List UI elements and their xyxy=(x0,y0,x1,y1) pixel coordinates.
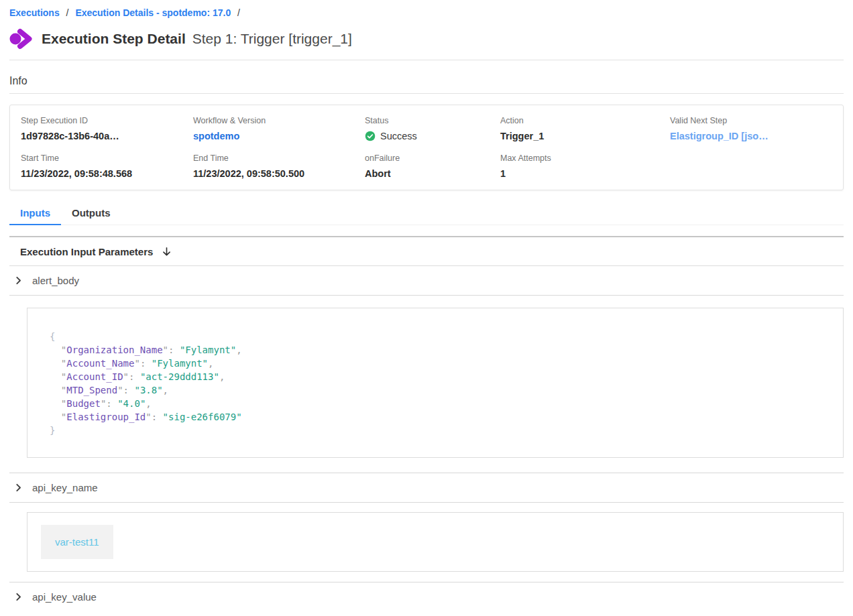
field-end-time: End Time 11/23/2022, 09:58:50.500 xyxy=(193,153,365,179)
breadcrumb-trailing-separator: / xyxy=(237,7,240,18)
field-label: Action xyxy=(500,116,670,125)
param-name: api_key_value xyxy=(32,591,97,603)
param-row-alert-body[interactable]: alert_body xyxy=(9,266,844,296)
field-value: Abort xyxy=(365,168,500,179)
param-name: alert_body xyxy=(32,275,79,286)
param-name: api_key_name xyxy=(32,482,98,493)
page-title: Execution Step Detail xyxy=(42,31,186,47)
param-row-api-key-value[interactable]: api_key_value xyxy=(9,582,844,611)
api-key-name-chip: var-test11 xyxy=(41,525,113,559)
chevron-right-icon xyxy=(13,592,23,602)
field-value: Trigger_1 xyxy=(500,131,670,141)
page-subtitle: Step 1: Trigger [trigger_1] xyxy=(192,31,352,47)
field-label: Workflow & Version xyxy=(193,116,365,125)
field-start-time: Start Time 11/23/2022, 09:58:48.568 xyxy=(21,153,193,179)
title-divider xyxy=(9,60,844,60)
field-valid-next-step: Valid Next Step Elastigroup_ID [jso… xyxy=(670,116,832,141)
field-max-attempts: Max Attempts 1 xyxy=(500,153,670,179)
breadcrumb-executions-link[interactable]: Executions xyxy=(9,7,60,18)
field-value: 11/23/2022, 09:58:50.500 xyxy=(193,168,365,179)
field-empty xyxy=(670,153,832,179)
field-value: 1d97828c-13b6-40a… xyxy=(21,131,193,141)
section-title: Execution Input Parameters xyxy=(20,246,153,257)
tab-bar: Inputs Outputs xyxy=(9,207,844,225)
success-check-icon xyxy=(365,131,376,141)
tab-inputs[interactable]: Inputs xyxy=(9,207,61,225)
field-status: Status Success xyxy=(365,116,500,141)
param-row-api-key-name[interactable]: api_key_name xyxy=(9,473,844,503)
field-value: 1 xyxy=(500,168,670,179)
chevron-right-icon xyxy=(13,275,23,286)
workflow-link[interactable]: spotdemo xyxy=(193,131,365,141)
field-label: Status xyxy=(365,116,500,125)
valid-next-step-link[interactable]: Elastigroup_ID [jso… xyxy=(670,131,832,141)
info-card: Step Execution ID 1d97828c-13b6-40a… Wor… xyxy=(9,105,844,190)
page-header: Execution Step Detail Step 1: Trigger [t… xyxy=(9,26,844,52)
field-step-execution-id: Step Execution ID 1d97828c-13b6-40a… xyxy=(21,116,193,141)
field-label: Start Time xyxy=(21,153,193,163)
field-label: Max Attempts xyxy=(500,153,670,163)
alert-body-value-box: { "Organization_Name": "Fylamynt", "Acco… xyxy=(27,308,844,458)
breadcrumb-separator: / xyxy=(66,7,69,18)
download-arrow-icon[interactable] xyxy=(161,246,172,257)
field-workflow-version: Workflow & Version spotdemo xyxy=(193,116,365,141)
field-label: onFailure xyxy=(365,153,500,163)
tab-outputs[interactable]: Outputs xyxy=(61,207,121,225)
field-value: 11/23/2022, 09:58:48.568 xyxy=(21,168,193,179)
breadcrumb: Executions / Execution Details - spotdem… xyxy=(9,0,844,18)
field-onfailure: onFailure Abort xyxy=(365,153,500,179)
field-label: Step Execution ID xyxy=(21,116,193,125)
info-heading: Info xyxy=(9,75,844,87)
field-label: End Time xyxy=(193,153,365,163)
execution-input-parameters-header: Execution Input Parameters xyxy=(9,237,844,266)
status-badge: Success xyxy=(365,131,500,141)
alert-body-json-viewer: { "Organization_Name": "Fylamynt", "Acco… xyxy=(50,330,821,437)
breadcrumb-execution-details-link[interactable]: Execution Details - spotdemo: 17.0 xyxy=(75,7,231,18)
field-action: Action Trigger_1 xyxy=(500,116,670,141)
api-key-name-value-box: var-test11 xyxy=(27,512,844,572)
chevron-right-icon xyxy=(13,483,23,493)
brand-logo-icon xyxy=(9,28,34,50)
info-divider xyxy=(9,93,844,94)
field-label: Valid Next Step xyxy=(670,116,832,125)
status-text: Success xyxy=(380,131,417,141)
